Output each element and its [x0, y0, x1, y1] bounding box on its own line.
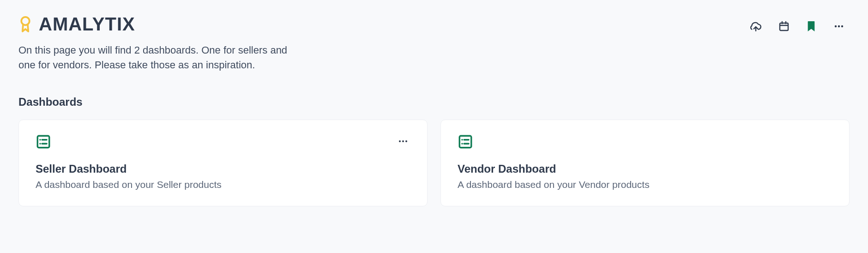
svg-point-15 [405, 140, 407, 142]
page-subtitle: On this page you will find 2 dashboards.… [18, 43, 305, 72]
dashboard-card-vendor[interactable]: Vendor Dashboard A dashboard based on yo… [440, 120, 850, 206]
cloud-upload-icon[interactable] [750, 20, 762, 32]
dashboard-icon [36, 134, 51, 151]
dashboard-card-seller[interactable]: Seller Dashboard A dashboard based on yo… [18, 120, 428, 206]
svg-point-13 [399, 140, 401, 142]
brand: AMALYTIX [18, 14, 135, 35]
more-horizontal-icon[interactable] [833, 21, 845, 32]
svg-point-5 [835, 25, 837, 27]
svg-rect-8 [37, 136, 49, 148]
svg-point-6 [838, 25, 840, 27]
svg-point-14 [402, 140, 404, 142]
page-header: AMALYTIX [18, 14, 850, 35]
card-topbar [458, 134, 832, 151]
award-icon [18, 15, 32, 34]
svg-rect-16 [459, 136, 471, 148]
svg-rect-1 [780, 23, 788, 30]
brand-title: AMALYTIX [39, 14, 135, 35]
card-title: Vendor Dashboard [458, 163, 832, 175]
bookmark-icon[interactable] [806, 20, 816, 32]
card-description: A dashboard based on your Vendor product… [458, 179, 832, 190]
card-topbar [36, 134, 410, 151]
svg-point-7 [841, 25, 843, 27]
card-title: Seller Dashboard [36, 163, 410, 175]
dashboards-grid: Seller Dashboard A dashboard based on yo… [18, 120, 850, 206]
card-more-icon[interactable] [396, 134, 410, 151]
header-actions [750, 14, 850, 32]
calendar-icon[interactable] [778, 21, 790, 32]
dashboard-icon [458, 134, 473, 151]
card-description: A dashboard based on your Seller product… [36, 179, 410, 190]
dashboards-section-title: Dashboards [18, 96, 850, 108]
